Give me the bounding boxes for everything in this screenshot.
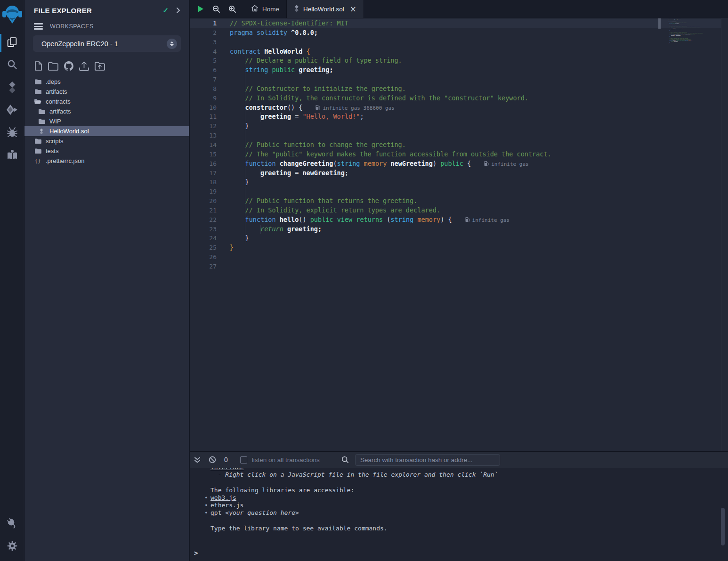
sidebar-item-learneth[interactable] — [0, 145, 24, 167]
sidebar-item-file-explorer[interactable] — [0, 32, 24, 54]
clear-console-icon[interactable] — [209, 456, 216, 463]
tree-item-wip[interactable]: WIP — [24, 116, 189, 126]
line-number: 19 — [190, 187, 217, 196]
new-folder-icon[interactable] — [48, 61, 59, 71]
code-line: } — [230, 243, 551, 252]
indent-guide — [260, 169, 261, 178]
tree-item-label: HelloWorld.sol — [49, 128, 89, 135]
bullet-icon: • — [204, 509, 208, 517]
listen-transactions-label: listen on all transactions — [252, 456, 320, 463]
line-number: 2 — [190, 28, 217, 38]
line-number: 5 — [190, 56, 217, 65]
tree-item--deps[interactable]: .deps — [24, 77, 189, 87]
gas-estimate-widget[interactable]: infinite gas — [465, 217, 510, 223]
terminal-line: •web3.js — [190, 494, 728, 502]
workspaces-label: WORKSPACES — [50, 23, 94, 30]
line-number: 13 — [190, 131, 217, 140]
check-icon[interactable]: ✓ — [162, 6, 169, 15]
line-number: 6 — [190, 65, 217, 75]
file-tree: .depsartifactscontractsartifactsWIPHello… — [24, 77, 189, 166]
plugin-manager-icon — [6, 517, 18, 531]
tab-home[interactable]: Home — [244, 0, 287, 18]
workspace-selected-value: OpenZeppelin ERC20 - 1 — [41, 40, 118, 48]
close-tab-icon[interactable]: × — [350, 5, 356, 13]
sidebar-item-search[interactable] — [0, 54, 24, 77]
tree-item-tests[interactable]: tests — [24, 146, 189, 156]
tree-item-helloworld-sol[interactable]: HelloWorld.sol — [24, 126, 189, 136]
line-number: 9 — [190, 94, 217, 103]
line-number: 18 — [190, 178, 217, 187]
folder-open-icon — [34, 98, 41, 105]
terminal-prompt[interactable]: > — [190, 549, 728, 557]
new-file-icon[interactable] — [34, 61, 43, 71]
tree-item-contracts[interactable]: contracts — [24, 97, 189, 106]
folder-icon — [38, 118, 45, 124]
line-number: 12 — [190, 122, 217, 131]
code-editor[interactable]: 1234567891011121314151617181920212223242… — [190, 18, 728, 451]
zoom-in-icon[interactable] — [228, 5, 236, 13]
chevron-right-icon[interactable] — [176, 7, 180, 14]
tree-item-artifacts[interactable]: artifacts — [24, 87, 189, 97]
terminal-link[interactable]: interface — [210, 468, 243, 471]
line-number: 20 — [190, 196, 217, 206]
sidebar-item-deploy-run[interactable] — [0, 99, 24, 122]
solidity-compiler-icon — [7, 81, 17, 96]
code-line — [230, 262, 551, 271]
minimap[interactable]: // SPDX-License-Identifier: MITpragma so… — [668, 18, 720, 451]
zoom-out-icon[interactable] — [212, 5, 220, 13]
editor-scrollbar-thumb[interactable] — [658, 18, 661, 29]
terminal-output: interface - Right click on a JavaScript … — [190, 468, 728, 532]
code-line: } — [230, 178, 551, 187]
tab-label: HelloWorld.sol — [303, 6, 344, 13]
tree-item-label: artifacts — [46, 88, 67, 95]
collapse-terminal-icon[interactable] — [194, 456, 201, 463]
tree-item-label: tests — [46, 147, 58, 154]
gas-estimate-widget[interactable]: infinite gas 368600 gas — [315, 105, 394, 111]
run-script-button[interactable] — [197, 5, 204, 13]
code-line: constructor() {infinite gas 368600 gas — [230, 103, 551, 113]
upload-file-icon[interactable] — [79, 61, 89, 71]
terminal-link[interactable]: web3.js — [210, 494, 236, 501]
gas-estimate-widget[interactable]: infinite gas — [484, 161, 528, 167]
terminal-link[interactable]: ethers.js — [210, 502, 243, 509]
sidebar-item-plugin-manager[interactable] — [0, 513, 24, 536]
listen-transactions-checkbox[interactable] — [240, 456, 247, 463]
sidebar-item-debugger[interactable] — [0, 122, 24, 145]
workspaces-menu-icon[interactable] — [34, 23, 43, 30]
tree-item-scripts[interactable]: scripts — [24, 136, 189, 146]
sidebar-item-solidity-compiler[interactable] — [0, 77, 24, 99]
json-icon: {} — [34, 158, 41, 164]
workspace-select-chevrons-icon — [167, 39, 177, 49]
remix-logo[interactable] — [2, 3, 23, 27]
editor-area: Home HelloWorld.sol × 123456789101112131… — [190, 0, 728, 561]
editor-topbar: Home HelloWorld.sol × — [190, 0, 728, 18]
workspace-select[interactable]: OpenZeppelin ERC20 - 1 — [33, 35, 181, 52]
upload-folder-icon[interactable] — [94, 61, 105, 71]
tree-item-artifacts[interactable]: artifacts — [24, 106, 189, 116]
code-line — [230, 187, 551, 196]
line-number: 26 — [190, 252, 217, 262]
terminal-line — [190, 517, 728, 524]
line-number: 1 — [190, 19, 217, 28]
tree-item-label: artifacts — [49, 108, 71, 115]
bullet-icon: • — [204, 502, 208, 509]
line-number-gutter: 1234567891011121314151617181920212223242… — [190, 19, 217, 271]
code-line: } — [230, 122, 551, 131]
search-icon — [7, 59, 18, 72]
solidity-file-icon — [294, 5, 299, 14]
solidity-file-icon — [38, 128, 45, 135]
code-line: contract HelloWorld { — [230, 47, 551, 57]
indent-guide — [260, 225, 261, 234]
terminal-line: •gpt <your question here> — [190, 509, 728, 517]
folder-icon — [34, 79, 41, 85]
tab-helloworld-sol[interactable]: HelloWorld.sol × — [287, 0, 364, 18]
tree-item--prettierrc-json[interactable]: {}.prettierrc.json — [24, 156, 189, 166]
terminal-scrollbar-thumb[interactable] — [721, 508, 725, 545]
clone-github-icon[interactable] — [64, 61, 74, 71]
deploy-run-icon — [6, 104, 18, 117]
sidebar-item-settings[interactable] — [0, 536, 24, 558]
terminal-search-input[interactable] — [355, 454, 500, 466]
folder-icon — [34, 89, 41, 95]
line-number: 25 — [190, 243, 217, 252]
code-line: string public greeting; — [230, 65, 551, 75]
